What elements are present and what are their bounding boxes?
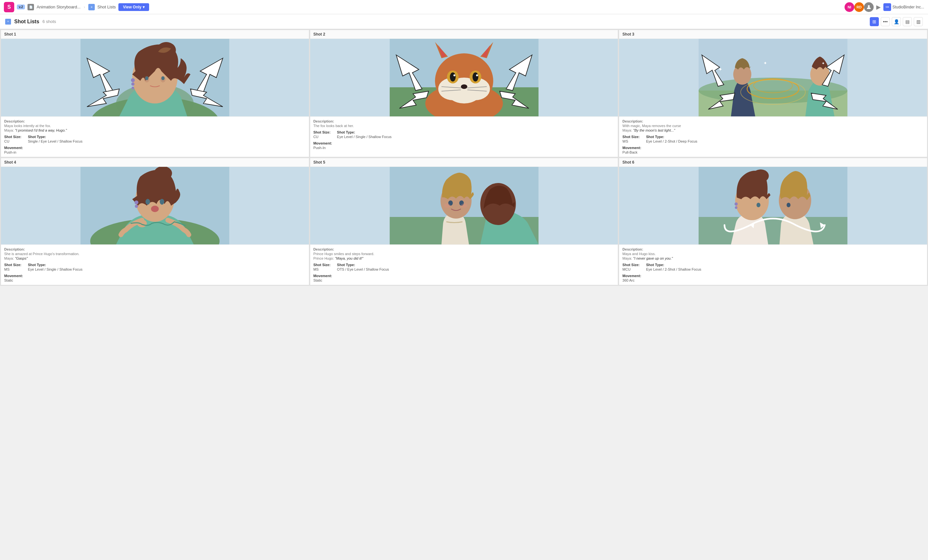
movement-value: Push-In — [313, 146, 332, 150]
layout-button-2[interactable]: ▥ — [914, 17, 923, 26]
share-button[interactable]: 👤 — [892, 17, 901, 26]
shot-image — [1, 39, 309, 116]
shot-size-label: Shot Size: — [622, 135, 640, 139]
shot-image — [310, 167, 618, 244]
avatar-3[interactable] — [864, 2, 874, 12]
movement-group: Movement: Push-in — [4, 146, 23, 154]
shot-size-group: Shot Size: CU — [4, 135, 21, 143]
shot-movement-meta: Movement: Static — [4, 274, 306, 282]
studio-logo: SB — [883, 3, 891, 11]
app-logo: S — [4, 2, 14, 12]
shot-movement-meta: Movement: Pull-Back — [622, 146, 924, 154]
document-icon: 📄 — [27, 4, 34, 10]
layout-button-1[interactable]: ▤ — [903, 17, 912, 26]
shot-type-value: Eye Level / Single / Shallow Focus — [28, 267, 82, 271]
svg-point-12 — [131, 82, 134, 86]
shot-lists-nav-icon: ≡ — [88, 4, 95, 10]
shot-meta: Shot Size: MCU Shot Type: Eye Level / 2-… — [622, 263, 924, 271]
svg-point-33 — [453, 75, 455, 76]
description-prefix: Description: — [4, 247, 306, 251]
svg-point-85 — [734, 202, 738, 205]
svg-point-83 — [753, 169, 769, 183]
description-prefix: Description: — [622, 247, 924, 251]
more-options-button[interactable]: ••• — [881, 17, 890, 26]
shot-meta: Shot Size: MS Shot Type: OTS / Eye Level… — [313, 263, 615, 271]
svg-point-68 — [134, 201, 139, 204]
shot-size-group: Shot Size: MS — [4, 263, 21, 271]
svg-rect-80 — [699, 217, 847, 244]
dialogue: Maya: "By the moon's last light..." — [622, 128, 924, 132]
svg-point-89 — [787, 203, 791, 207]
shot-type-group: Shot Type: Eye Level / 2-Shot / Shallow … — [646, 263, 702, 271]
description-text: She is amazed at Prince Hugo's transform… — [4, 252, 306, 256]
movement-label: Movement: — [4, 274, 23, 278]
shot-card: Shot 4 Description:She is amazed at Prin… — [1, 158, 309, 285]
svg-text:✦: ✦ — [763, 61, 767, 65]
shot-type-label: Shot Type: — [646, 263, 702, 267]
shot-type-label: Shot Type: — [28, 135, 82, 139]
svg-point-67 — [151, 205, 159, 212]
shot-size-value: MCU — [622, 267, 640, 271]
shot-details: Description:She is amazed at Prince Hugo… — [1, 244, 309, 285]
dialogue: Maya: "I promised I'd find a way, Hugo." — [4, 128, 306, 132]
shot-size-group: Shot Size: CU — [313, 130, 331, 139]
dialogue: Maya: "I never gave up on you." — [622, 256, 924, 260]
page-title: Shot Lists — [14, 19, 39, 24]
svg-point-64 — [154, 167, 172, 180]
svg-point-11 — [131, 78, 135, 82]
svg-point-78 — [461, 203, 467, 208]
shot-image — [310, 39, 618, 116]
shot-meta: Shot Size: WS Shot Type: Eye Level / 2-S… — [622, 135, 924, 143]
avatar-1[interactable]: NI — [844, 2, 854, 12]
view-only-label: View Only — [123, 5, 141, 9]
shot-size-value: WS — [622, 139, 640, 143]
shot-count: 6 shots — [43, 19, 56, 24]
shot-type-group: Shot Type: Eye Level / 2-Shot / Deep Foc… — [646, 135, 698, 143]
nav-divider-1: › — [84, 5, 85, 9]
shot-size-value: CU — [313, 135, 331, 139]
play-icon[interactable]: ▶ — [876, 3, 881, 11]
shots-grid: Shot 1 Description:Maya looks intently a… — [0, 29, 928, 286]
shot-type-value: Eye Level / 2-Shot / Shallow Focus — [646, 267, 702, 271]
shot-image — [1, 167, 309, 244]
shot-type-group: Shot Type: OTS / Eye Level / Shallow Foc… — [337, 263, 389, 271]
description-prefix: Description: — [4, 119, 306, 123]
shot-size-label: Shot Size: — [4, 135, 21, 139]
studio-name: StudioBinder Inc... — [893, 5, 924, 9]
shot-type-value: Eye Level / Single / Shallow Focus — [337, 135, 392, 139]
shot-size-label: Shot Size: — [622, 263, 640, 267]
movement-label: Movement: — [622, 274, 641, 278]
grid-view-button[interactable]: ⊞ — [870, 17, 879, 26]
description-prefix: Description: — [313, 119, 615, 123]
shot-label: Shot 6 — [619, 158, 927, 167]
avatar-2[interactable]: RD — [854, 2, 864, 12]
studio-selector[interactable]: SB StudioBinder Inc... — [883, 3, 924, 11]
movement-label: Movement: — [313, 274, 332, 278]
shot-label: Shot 3 — [619, 30, 927, 39]
svg-point-31 — [450, 72, 455, 81]
shot-type-group: Shot Type: Eye Level / Single / Shallow … — [337, 130, 392, 139]
shot-label: Shot 4 — [1, 158, 309, 167]
shot-card: Shot 5 Description:Prince Hugo smiles an… — [310, 158, 618, 285]
description-text: Maya looks intently at the fox. — [4, 124, 306, 128]
shot-details: Description:Maya and Hugo kiss.Maya: "I … — [619, 244, 927, 285]
svg-point-34 — [476, 75, 478, 76]
movement-label: Movement: — [4, 146, 23, 150]
description-text: With magic, Maya removes the curse — [622, 124, 924, 128]
view-only-button[interactable]: View Only ▾ — [118, 3, 149, 11]
shot-type-value: Eye Level / 2-Shot / Deep Focus — [646, 139, 698, 143]
movement-group: Movement: 360 Arc — [622, 274, 641, 282]
shot-lists-nav-label[interactable]: Shot Lists — [98, 5, 116, 9]
movement-group: Movement: Static — [313, 274, 332, 282]
shot-label: Shot 5 — [310, 158, 618, 167]
shot-lists-sub-icon: ≡ — [5, 19, 11, 24]
svg-point-65 — [145, 199, 150, 205]
svg-point-9 — [145, 76, 148, 80]
shot-label: Shot 1 — [1, 30, 309, 39]
movement-label: Movement: — [622, 146, 641, 150]
movement-value: Static — [313, 278, 332, 282]
shot-movement-meta: Movement: Static — [313, 274, 615, 282]
shot-label: Shot 2 — [310, 30, 618, 39]
shot-size-value: CU — [4, 139, 21, 143]
shot-movement-meta: Movement: Push-in — [4, 146, 306, 154]
